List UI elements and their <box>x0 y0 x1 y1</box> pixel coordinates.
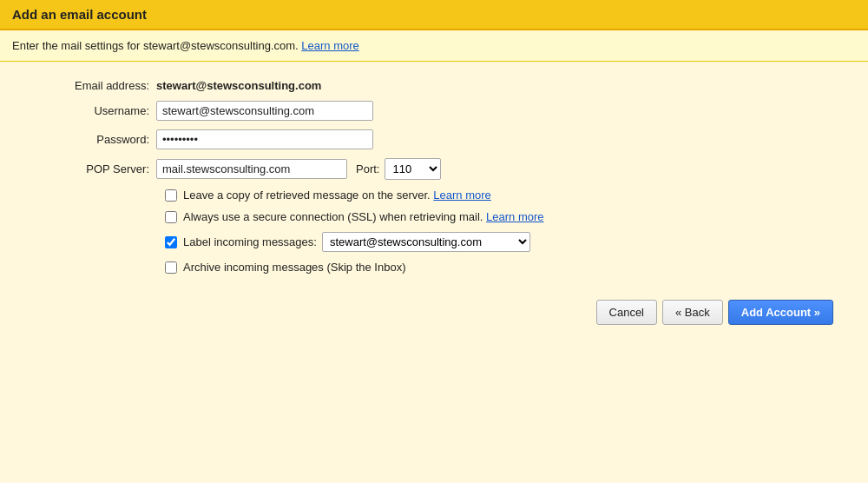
cancel-button[interactable]: Cancel <box>596 300 657 325</box>
password-row: Password: <box>61 129 842 149</box>
username-row: Username: <box>61 101 842 121</box>
checkbox1-label[interactable]: Leave a copy of retrieved message on the… <box>183 189 491 202</box>
checkbox2-label[interactable]: Always use a secure connection (SSL) whe… <box>183 210 544 223</box>
subtitle-text: Enter the mail settings for stewart@stew… <box>12 39 299 52</box>
pop-server-input[interactable] <box>156 159 347 179</box>
pop-server-port-group: Port: 110 995 <box>156 158 441 180</box>
checkbox4-row: Archive incoming messages (Skip the Inbo… <box>165 261 842 274</box>
email-value: stewart@stewsconsulting.com <box>156 79 321 92</box>
checkbox3-label[interactable]: Label incoming messages: <box>183 235 317 248</box>
port-select[interactable]: 110 995 <box>385 158 441 180</box>
password-input[interactable] <box>156 129 373 149</box>
label-incoming-checkbox[interactable] <box>165 236 177 248</box>
checkbox1-learn-more-link[interactable]: Learn more <box>433 189 490 202</box>
add-account-button[interactable]: Add Account » <box>728 300 833 325</box>
ssl-checkbox[interactable] <box>165 211 177 223</box>
back-button[interactable]: « Back <box>662 300 723 325</box>
checkbox2-learn-more-link[interactable]: Learn more <box>486 210 543 223</box>
pop-server-row: POP Server: Port: 110 995 <box>61 158 842 180</box>
checkbox3-row: Label incoming messages: stewart@stewsco… <box>165 232 842 252</box>
email-label: Email address: <box>61 79 156 92</box>
port-label: Port: <box>356 162 379 175</box>
page-title: Add an email account <box>12 7 856 22</box>
checkbox1-row: Leave a copy of retrieved message on the… <box>165 189 842 202</box>
button-row: Cancel « Back Add Account » <box>61 300 833 325</box>
leave-copy-checkbox[interactable] <box>165 189 177 202</box>
username-label: Username: <box>61 104 156 117</box>
pop-server-label: POP Server: <box>61 162 156 175</box>
archive-incoming-checkbox[interactable] <box>165 261 177 274</box>
page-wrapper: Add an email account Enter the mail sett… <box>0 0 868 483</box>
subtitle-learn-more-link[interactable]: Learn more <box>301 39 358 52</box>
checkbox2-row: Always use a secure connection (SSL) whe… <box>165 210 842 223</box>
label-incoming-select[interactable]: stewart@stewsconsulting.com <box>322 232 530 252</box>
subtitle-bar: Enter the mail settings for stewart@stew… <box>0 30 868 62</box>
title-bar: Add an email account <box>0 0 868 30</box>
checkbox4-label[interactable]: Archive incoming messages (Skip the Inbo… <box>183 261 406 274</box>
email-row: Email address: stewart@stewsconsulting.c… <box>61 79 842 92</box>
main-content: Email address: stewart@stewsconsulting.c… <box>0 62 868 342</box>
username-input[interactable] <box>156 101 373 121</box>
password-label: Password: <box>61 133 156 146</box>
